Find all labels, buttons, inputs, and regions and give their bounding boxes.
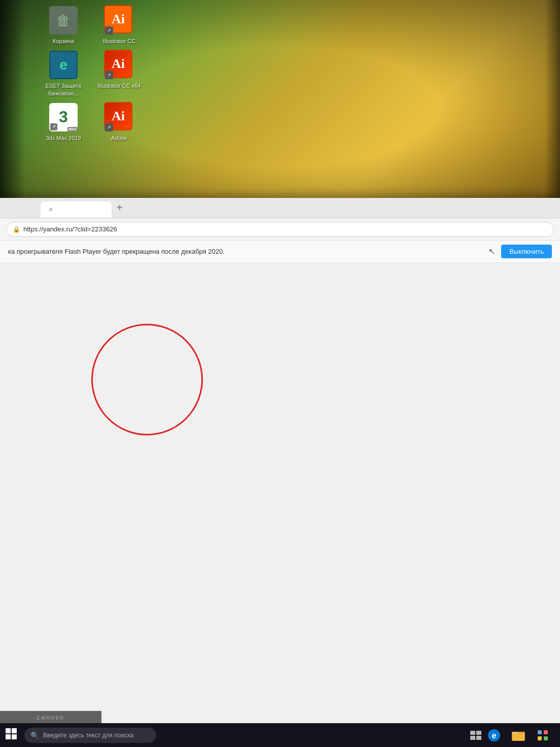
tab-close-btn[interactable]: ×	[49, 206, 53, 214]
url-bar[interactable]: 🔒 https://yandex.ru/?clid=2233626	[6, 222, 554, 237]
taskbar-search-icon: 🔍	[30, 731, 39, 739]
svg-rect-6	[470, 736, 475, 740]
cursor-pointer: ↖	[488, 247, 495, 256]
arrow-badge-1: ↗	[105, 26, 113, 35]
icon-row-3: 3 MAX ↗ 3ds Max 2019 Ai ↗	[41, 102, 142, 142]
taskbar-search-placeholder: Введите здесь текст для поиска	[43, 732, 133, 739]
adobe-label: Adobe	[111, 134, 127, 142]
arrow-badge-3: ↗	[105, 123, 113, 131]
icon-row-2: e ESET Защита банковско... Ai ↗ Illustra…	[41, 50, 142, 97]
adobe-icon[interactable]: Ai ↗ Adobe	[96, 102, 142, 142]
recycle-bin-label: Корзина	[53, 38, 74, 45]
svg-rect-16	[544, 736, 548, 740]
svg-rect-13	[538, 730, 542, 734]
icon-row-1: 🗑 Корзина Ai ↗ Illustrator CC	[41, 5, 142, 45]
task-view-btn[interactable]	[467, 726, 485, 744]
browser-tab[interactable]: ×	[41, 201, 112, 218]
new-tab-btn[interactable]: +	[113, 200, 127, 216]
illustrator-cc-1-label: Illustrator CC	[103, 38, 135, 45]
svg-rect-4	[470, 731, 475, 735]
illustrator-cc-x64-icon[interactable]: Ai ↗ Illustrator CC x64	[96, 50, 142, 89]
taskbar: 🔍 Введите здесь текст для поиска e	[0, 723, 560, 747]
svg-rect-14	[544, 730, 548, 734]
lock-icon: 🔒	[13, 226, 20, 233]
svg-rect-2	[6, 734, 11, 739]
arrow-badge-2: ↗	[105, 71, 113, 79]
address-bar: 🔒 https://yandex.ru/?clid=2233626	[0, 218, 560, 241]
desktop-icons: 🗑 Корзина Ai ↗ Illustrator CC	[41, 5, 142, 142]
eset-label: ESET Защита банковско...	[41, 82, 86, 97]
svg-rect-0	[6, 728, 11, 733]
svg-rect-5	[476, 731, 481, 735]
svg-rect-7	[476, 736, 481, 740]
browser-window: × × + 🔒 https://yandex.ru/?clid=2233626 …	[0, 198, 560, 723]
illustrator-cc-1-icon[interactable]: Ai ↗ Illustrator CC	[96, 5, 142, 45]
browser-content	[0, 263, 560, 723]
url-text: https://yandex.ru/?clid=2233626	[23, 225, 117, 233]
illustrator-cc-x64-label: Illustrator CC x64	[98, 82, 141, 89]
eset-icon[interactable]: e ESET Защита банковско...	[41, 50, 86, 97]
lenovo-bar: Lenovo	[0, 711, 101, 723]
svg-rect-3	[12, 734, 17, 739]
3ds-max-icon[interactable]: 3 MAX ↗ 3ds Max 2019	[41, 102, 86, 142]
svg-rect-12	[513, 734, 524, 740]
edge-taskbar-icon[interactable]: e	[485, 726, 503, 744]
svg-text:e: e	[492, 731, 497, 740]
3ds-max-label: 3ds Max 2019	[46, 134, 81, 142]
taskbar-search-bar[interactable]: 🔍 Введите здесь текст для поиска	[24, 728, 156, 743]
taskbar-icon-group: e	[485, 726, 560, 744]
max-icon-img: 3 MAX ↗	[49, 103, 78, 131]
flash-message-text: ка проигрывателя Flash Player будет прек…	[8, 248, 482, 255]
store-taskbar-icon[interactable]	[534, 726, 552, 744]
recycle-icon-img: 🗑	[49, 6, 78, 35]
flash-disable-button[interactable]: Выключить	[501, 245, 552, 258]
tab-bar: × × +	[0, 198, 560, 218]
desktop: 🗑 Корзина Ai ↗ Illustrator CC	[0, 0, 560, 213]
start-button[interactable]	[0, 724, 22, 746]
windows-icon	[6, 728, 17, 742]
red-circle-annotation	[91, 324, 203, 435]
file-explorer-taskbar-icon[interactable]	[509, 726, 528, 744]
svg-rect-1	[12, 728, 17, 733]
recycle-bin-icon[interactable]: 🗑 Корзина	[41, 5, 86, 45]
flash-notification-bar: ка проигрывателя Flash Player будет прек…	[0, 241, 560, 263]
lenovo-label: Lenovo	[37, 714, 65, 721]
svg-rect-15	[538, 736, 542, 740]
eset-icon-img: e	[49, 51, 78, 79]
